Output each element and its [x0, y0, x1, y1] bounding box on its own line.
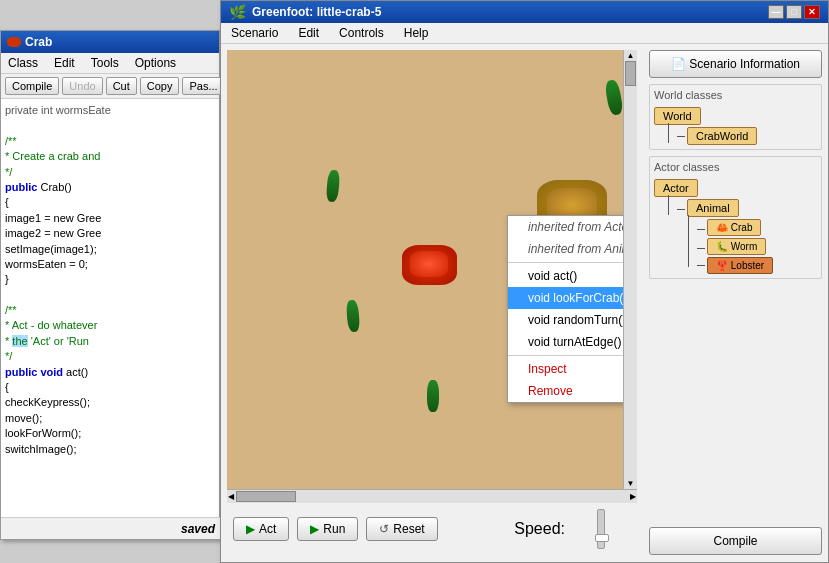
- crab-menu-options[interactable]: Options: [132, 55, 179, 71]
- world-class-box[interactable]: World: [654, 107, 701, 125]
- actor-indent-worm: 🐛 Worm: [688, 238, 817, 255]
- code-line: public void act(): [5, 365, 215, 380]
- lobster-class-box[interactable]: 🦞 Lobster: [707, 257, 773, 274]
- ctx-separator-2: [508, 355, 623, 356]
- ctx-void-turnatedge[interactable]: void turnAtEdge(): [508, 331, 623, 353]
- maximize-button[interactable]: □: [786, 5, 802, 19]
- crab-left-sprite: [402, 245, 457, 285]
- compile-button-right[interactable]: Compile: [649, 527, 822, 555]
- run-label: Run: [323, 522, 345, 536]
- crab-editor-window: Crab Class Edit Tools Options Compile Un…: [0, 30, 220, 540]
- code-line: switchImage();: [5, 442, 215, 457]
- ctx-inherited-animal[interactable]: inherited from Animal ▶: [508, 238, 623, 260]
- world-class-world: World: [654, 107, 817, 125]
- menu-controls[interactable]: Controls: [335, 25, 388, 41]
- world-canvas[interactable]: inherited from Actor ▶ inherited from An…: [227, 50, 623, 489]
- worm-class-box[interactable]: 🐛 Worm: [707, 238, 766, 255]
- crab-app-icon: [7, 37, 21, 47]
- world-classes-section: World classes World CrabWorld: [649, 84, 822, 150]
- ctx-separator-1: [508, 262, 623, 263]
- animal-class-box[interactable]: Animal: [687, 199, 739, 217]
- crab-title: Crab: [25, 35, 52, 49]
- scroll-right-arrow[interactable]: ▶: [630, 492, 636, 501]
- reset-button[interactable]: ↺ Reset: [366, 517, 437, 541]
- code-line: [5, 118, 215, 133]
- code-line: * the 'Act' or 'Run: [5, 334, 215, 349]
- scenario-info-icon: 📄: [671, 57, 689, 71]
- code-line: /**: [5, 134, 215, 149]
- world-controls: ▶ Act ▶ Run ↺ Reset Speed:: [227, 503, 637, 555]
- ctx-void-act[interactable]: void act(): [508, 265, 623, 287]
- code-line: wormsEaten = 0;: [5, 257, 215, 272]
- code-line: * Act - do whatever: [5, 318, 215, 333]
- crab-menu-edit[interactable]: Edit: [51, 55, 78, 71]
- ctx-inspect[interactable]: Inspect: [508, 358, 623, 380]
- world-area: inherited from Actor ▶ inherited from An…: [221, 44, 643, 561]
- right-panel: 📄 Scenario Information World classes Wor…: [643, 44, 828, 561]
- undo-button[interactable]: Undo: [62, 77, 102, 95]
- code-line: lookForWorm();: [5, 426, 215, 441]
- menu-help[interactable]: Help: [400, 25, 433, 41]
- vertical-scrollbar[interactable]: ▲ ▼: [623, 50, 637, 489]
- code-line: image2 = new Gree: [5, 226, 215, 241]
- crab-titlebar: Crab: [1, 31, 219, 53]
- world-class-hierarchy: World CrabWorld: [654, 107, 817, 145]
- actor-class-box[interactable]: Actor: [654, 179, 698, 197]
- crab-code-editor[interactable]: private int wormsEate /** * Create a cra…: [1, 99, 219, 537]
- code-line: checkKeypress();: [5, 395, 215, 410]
- greenfoot-titlebar: 🌿 Greenfoot: little-crab-5 — □ ✕: [221, 1, 828, 23]
- horiz-connector: [677, 127, 685, 145]
- code-line: */: [5, 349, 215, 364]
- ctx-void-lookforcrab[interactable]: void lookForCrab(): [508, 287, 623, 309]
- act-label: Act: [259, 522, 276, 536]
- ctx-remove[interactable]: Remove: [508, 380, 623, 402]
- vert-connector-1: [668, 195, 669, 215]
- cut-button[interactable]: Cut: [106, 77, 137, 95]
- minimize-button[interactable]: —: [768, 5, 784, 19]
- vert-connector: [668, 123, 669, 143]
- act-button[interactable]: ▶ Act: [233, 517, 289, 541]
- scroll-thumb-v[interactable]: [625, 61, 636, 86]
- crabworld-class-box[interactable]: CrabWorld: [687, 127, 757, 145]
- scroll-up-arrow[interactable]: ▲: [627, 51, 635, 60]
- crab-menubar: Class Edit Tools Options: [1, 53, 219, 74]
- paste-button[interactable]: Pas...: [182, 77, 224, 95]
- menu-scenario[interactable]: Scenario: [227, 25, 282, 41]
- close-button[interactable]: ✕: [804, 5, 820, 19]
- reset-label: Reset: [393, 522, 424, 536]
- code-line: */: [5, 165, 215, 180]
- greenfoot-window: 🌿 Greenfoot: little-crab-5 — □ ✕ Scenari…: [220, 0, 829, 563]
- code-line: public Crab(): [5, 180, 215, 195]
- greenfoot-content: inherited from Actor ▶ inherited from An…: [221, 44, 828, 561]
- actor-class-hierarchy: Actor Animal 🦀 Crab: [654, 179, 817, 274]
- menu-edit[interactable]: Edit: [294, 25, 323, 41]
- scroll-thumb-h[interactable]: [236, 491, 296, 502]
- crab-class-box[interactable]: 🦀 Crab: [707, 219, 761, 236]
- scenario-info-button[interactable]: 📄 Scenario Information: [649, 50, 822, 78]
- copy-button[interactable]: Copy: [140, 77, 180, 95]
- run-button[interactable]: ▶ Run: [297, 517, 358, 541]
- actor-class-actor: Actor: [654, 179, 817, 197]
- ctx-inherited-actor[interactable]: inherited from Actor ▶: [508, 216, 623, 238]
- code-line: private int wormsEate: [5, 103, 215, 118]
- scroll-left-arrow[interactable]: ◀: [228, 492, 234, 501]
- compile-button[interactable]: Compile: [5, 77, 59, 95]
- ctx-void-randomturn[interactable]: void randomTurn(): [508, 309, 623, 331]
- crab-toolbar: Compile Undo Cut Copy Pas...: [1, 74, 219, 99]
- code-line: }: [5, 272, 215, 287]
- code-line: setImage(image1);: [5, 242, 215, 257]
- speed-slider[interactable]: [571, 509, 631, 549]
- slider-track[interactable]: [597, 509, 605, 549]
- code-line: /**: [5, 303, 215, 318]
- greenfoot-icon: 🌿: [229, 4, 246, 20]
- canvas-wrapper: inherited from Actor ▶ inherited from An…: [227, 50, 637, 489]
- speed-area: Speed:: [514, 509, 631, 549]
- crab-menu-tools[interactable]: Tools: [88, 55, 122, 71]
- horizontal-scrollbar[interactable]: ◀ ▶: [227, 489, 637, 503]
- greenfoot-title: Greenfoot: little-crab-5: [252, 5, 381, 19]
- crab-menu-class[interactable]: Class: [5, 55, 41, 71]
- code-line: image1 = new Gree: [5, 211, 215, 226]
- scroll-down-arrow[interactable]: ▼: [627, 479, 635, 488]
- slider-thumb[interactable]: [595, 534, 609, 542]
- code-line: move();: [5, 411, 215, 426]
